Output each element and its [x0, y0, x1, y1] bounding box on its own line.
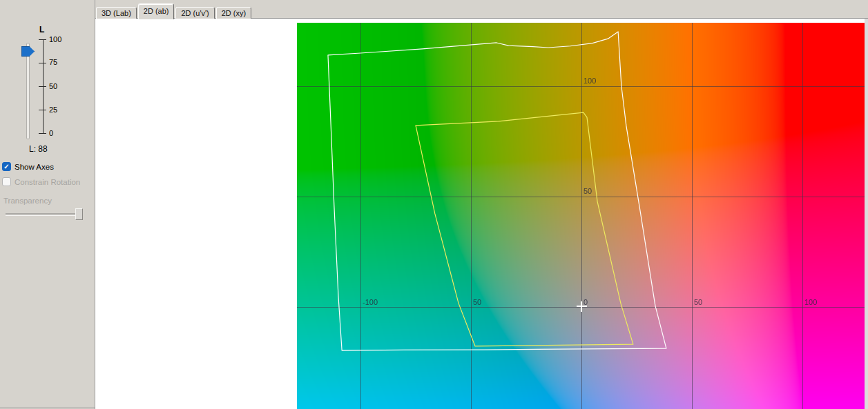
l-slider-tick: [39, 110, 46, 110]
l-slider-tick: [39, 39, 46, 40]
l-value-label: L: 88: [29, 144, 48, 154]
tab-3d-lab[interactable]: 3D (Lab): [96, 7, 137, 19]
l-slider-track[interactable]: [26, 43, 30, 139]
l-slider-tick-label: 0: [49, 130, 53, 137]
l-slider-tick-label: 100: [49, 36, 61, 43]
l-slider-tick-label: 25: [49, 106, 57, 114]
tab-bar: 3D (Lab) 2D (ab) 2D (u'v') 2D (xy): [95, 0, 868, 19]
constrain-rotation-label: Constrain Rotation: [15, 178, 80, 186]
gamut-viewer-window: L 100 75 50 25 0 L: 88 ✓ Show Axes Const…: [0, 0, 868, 409]
l-slider-tick-label: 75: [49, 59, 57, 66]
transparency-slider-thumb: [75, 208, 83, 220]
right-margin: [865, 19, 868, 409]
transparency-label: Transparency: [3, 197, 52, 205]
tab-2d-ab[interactable]: 2D (ab): [138, 3, 175, 19]
show-axes-label: Show Axes: [15, 163, 54, 171]
show-axes-row: ✓ Show Axes: [2, 162, 54, 171]
l-slider-tick-label: 50: [49, 83, 57, 90]
l-slider-title: L: [39, 25, 44, 34]
sidebar: L 100 75 50 25 0 L: 88 ✓ Show Axes Const…: [0, 0, 95, 409]
l-slider-tick: [39, 133, 46, 134]
tab-2d-xy[interactable]: 2D (xy): [216, 7, 251, 19]
constrain-rotation-checkbox[interactable]: [2, 177, 11, 186]
l-slider-tick: [39, 86, 46, 87]
transparency-slider-track: [6, 213, 81, 216]
show-axes-checkbox[interactable]: ✓: [2, 162, 11, 171]
constrain-rotation-row: Constrain Rotation: [2, 177, 80, 186]
tab-2d-uv[interactable]: 2D (u'v'): [175, 7, 214, 19]
gamut-chart-canvas[interactable]: [297, 23, 865, 409]
l-slider-tick: [39, 63, 46, 63]
l-slider-thumb[interactable]: [21, 46, 35, 57]
